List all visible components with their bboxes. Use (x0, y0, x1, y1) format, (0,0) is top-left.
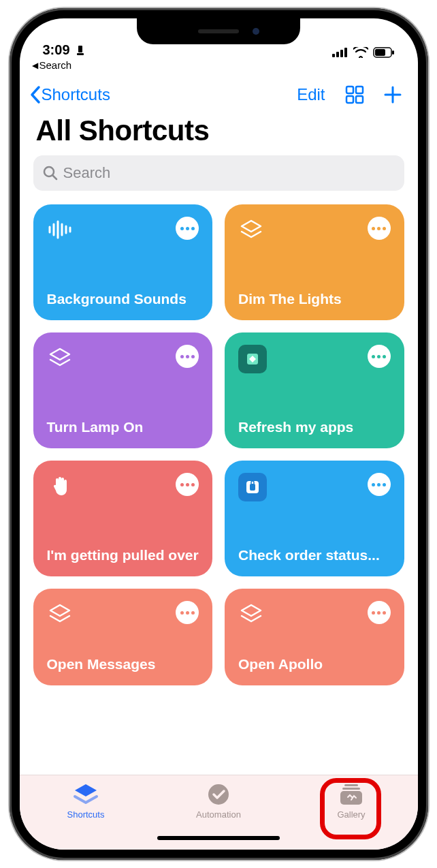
svg-rect-11 (346, 96, 353, 103)
hand-icon (47, 473, 73, 499)
search-icon (43, 166, 58, 181)
waveform-icon (47, 217, 73, 243)
back-to-app[interactable]: ◀ Search (20, 59, 418, 75)
card-label: I'm getting pulled over (47, 546, 199, 564)
add-button[interactable] (383, 84, 403, 105)
tab-gallery[interactable]: Gallery (310, 782, 392, 820)
tab-automation[interactable]: Automation (178, 782, 259, 820)
card-more-button[interactable] (368, 601, 391, 624)
card-turn-lamp-on[interactable]: Turn Lamp On (33, 332, 213, 448)
svg-rect-26 (342, 788, 360, 790)
svg-rect-9 (346, 87, 353, 93)
svg-rect-1 (77, 53, 84, 55)
card-background-sounds[interactable]: Background Sounds (33, 204, 213, 320)
card-label: Check order status... (238, 546, 391, 564)
tab-label: Shortcuts (67, 809, 105, 820)
layers-icon (238, 601, 264, 627)
card-check-order-status[interactable]: Check order status... (225, 461, 404, 576)
card-label: Refresh my apps (238, 418, 391, 436)
card-more-button[interactable] (368, 217, 391, 240)
svg-line-14 (52, 176, 56, 180)
svg-rect-23 (250, 484, 255, 491)
layers-icon (47, 345, 73, 371)
back-label: Shortcuts (42, 85, 110, 104)
back-button[interactable]: Shortcuts (29, 85, 110, 104)
cellular-icon (332, 48, 349, 57)
svg-rect-0 (78, 46, 82, 52)
svg-rect-25 (344, 784, 358, 786)
gallery-tab-icon (338, 782, 364, 807)
card-label: Turn Lamp On (47, 418, 199, 436)
layers-icon (238, 217, 264, 243)
status-time: 3:09 (43, 42, 70, 58)
search-placeholder: Search (63, 164, 111, 182)
tab-label: Gallery (337, 809, 365, 820)
card-more-button[interactable] (176, 345, 199, 368)
card-label: Open Apollo (238, 655, 391, 673)
tab-shortcuts[interactable]: Shortcuts (45, 782, 127, 820)
chevron-left-icon (29, 85, 42, 104)
card-open-messages[interactable]: Open Messages (33, 589, 213, 685)
card-refresh-my-apps[interactable]: Refresh my apps (225, 332, 404, 448)
view-grid-button[interactable] (344, 84, 365, 105)
card-more-button[interactable] (176, 473, 199, 496)
svg-rect-7 (375, 49, 385, 56)
card-more-button[interactable] (368, 473, 391, 496)
card-more-button[interactable] (176, 601, 199, 624)
card-label: Background Sounds (47, 290, 199, 308)
home-indicator[interactable] (157, 836, 280, 840)
svg-rect-4 (340, 50, 343, 57)
battery-icon (373, 47, 395, 58)
nav-bar: Shortcuts Edit (20, 75, 418, 109)
svg-rect-5 (344, 48, 347, 57)
layers-icon (47, 601, 73, 627)
tab-label: Automation (196, 809, 241, 820)
card-open-apollo[interactable]: Open Apollo (225, 589, 404, 685)
location-icon (76, 45, 85, 56)
svg-rect-10 (356, 87, 363, 93)
page-title: All Shortcuts (20, 109, 418, 155)
svg-rect-3 (336, 52, 339, 57)
back-triangle-icon: ◀ (32, 61, 38, 70)
card-more-button[interactable] (176, 217, 199, 240)
diamond-icon (238, 345, 267, 373)
shortcuts-grid: Background Sounds Dim The Lights (20, 202, 418, 775)
svg-rect-8 (392, 50, 394, 55)
card-label: Open Messages (47, 655, 199, 673)
svg-rect-12 (356, 96, 363, 103)
shortcuts-tab-icon (72, 782, 99, 807)
search-input[interactable]: Search (33, 155, 404, 191)
svg-rect-2 (332, 54, 335, 57)
tab-bar: Shortcuts Automation Gallery (20, 775, 418, 850)
wifi-icon (353, 47, 368, 58)
card-dim-the-lights[interactable]: Dim The Lights (225, 204, 404, 320)
back-app-label: Search (39, 59, 72, 71)
card-label: Dim The Lights (238, 290, 391, 308)
svg-point-24 (208, 784, 229, 805)
svg-rect-27 (340, 791, 362, 805)
card-more-button[interactable] (368, 345, 391, 368)
automation-tab-icon (206, 782, 231, 807)
appstore-icon (238, 473, 267, 501)
edit-button[interactable]: Edit (297, 85, 325, 104)
card-pulled-over[interactable]: I'm getting pulled over (33, 461, 213, 576)
